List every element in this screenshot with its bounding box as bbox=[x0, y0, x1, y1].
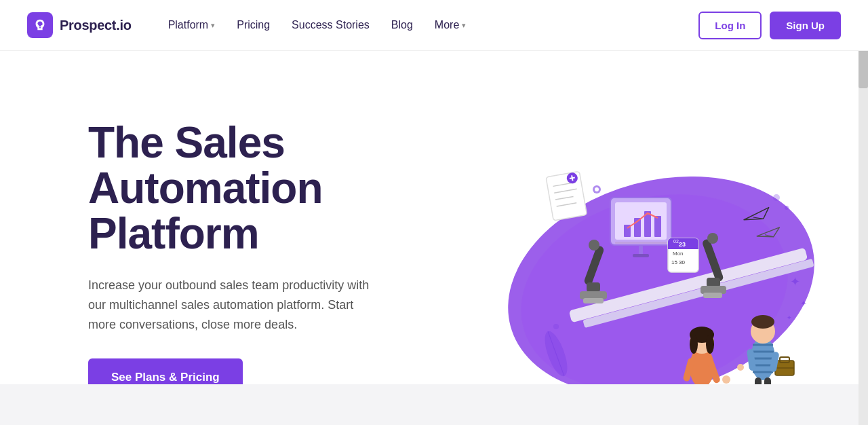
svg-point-47 bbox=[690, 335, 698, 354]
brand-name: Prospect.io bbox=[60, 18, 132, 33]
hero-title: The Sales Automation Platform bbox=[88, 120, 441, 257]
hero-svg: 23 02 Mon 15 30 bbox=[444, 89, 837, 415]
hero-subtitle: Increase your outbound sales team produc… bbox=[88, 276, 380, 334]
svg-point-79 bbox=[773, 194, 780, 201]
nav-pricing[interactable]: Pricing bbox=[227, 14, 279, 37]
svg-point-69 bbox=[737, 364, 744, 371]
svg-rect-30 bbox=[546, 171, 587, 221]
nav-success-stories[interactable]: Success Stories bbox=[282, 14, 379, 37]
svg-text:✦: ✦ bbox=[787, 314, 792, 321]
nav-links: Platform ▾ Pricing Success Stories Blog … bbox=[159, 14, 699, 37]
svg-point-81 bbox=[553, 324, 559, 329]
hero-section: The Sales Automation Platform Increase y… bbox=[0, 51, 868, 425]
svg-rect-20 bbox=[615, 242, 667, 244]
svg-text:✦: ✦ bbox=[800, 299, 807, 308]
nav-more[interactable]: More ▾ bbox=[425, 14, 475, 37]
svg-point-51 bbox=[722, 375, 730, 384]
hero-illustration: 23 02 Mon 15 30 bbox=[441, 78, 841, 425]
svg-text:Mon: Mon bbox=[673, 251, 684, 257]
logo-icon bbox=[27, 12, 53, 38]
svg-point-63 bbox=[751, 315, 774, 329]
logo-svg bbox=[33, 18, 47, 33]
hero-content: The Sales Automation Platform Increase y… bbox=[88, 107, 441, 397]
signup-button[interactable]: Sign Up bbox=[770, 12, 841, 39]
svg-point-80 bbox=[785, 206, 789, 210]
svg-rect-5 bbox=[587, 282, 600, 292]
svg-text:23: 23 bbox=[679, 241, 686, 248]
svg-point-11 bbox=[707, 233, 718, 244]
svg-rect-13 bbox=[703, 293, 722, 298]
svg-rect-21 bbox=[639, 245, 643, 255]
login-button[interactable]: Log In bbox=[698, 12, 762, 39]
nav-blog[interactable]: Blog bbox=[382, 14, 422, 37]
svg-text:✦: ✦ bbox=[790, 275, 800, 289]
svg-rect-8 bbox=[583, 298, 604, 303]
svg-rect-10 bbox=[707, 278, 720, 287]
svg-point-39 bbox=[595, 187, 599, 191]
svg-text:02: 02 bbox=[673, 239, 679, 244]
scrollbar[interactable] bbox=[859, 0, 868, 425]
logo-link[interactable]: Prospect.io bbox=[27, 12, 132, 38]
nav-platform[interactable]: Platform ▾ bbox=[159, 14, 225, 37]
bottom-strip bbox=[0, 384, 868, 425]
svg-rect-22 bbox=[633, 254, 649, 257]
nav-actions: Log In Sign Up bbox=[698, 12, 841, 39]
platform-chevron-icon: ▾ bbox=[211, 21, 215, 30]
svg-text:15 30: 15 30 bbox=[671, 259, 686, 265]
svg-point-6 bbox=[589, 240, 599, 251]
navbar: Prospect.io Platform ▾ Pricing Success S… bbox=[0, 0, 868, 51]
svg-rect-19 bbox=[654, 216, 661, 237]
more-chevron-icon: ▾ bbox=[462, 21, 466, 30]
svg-line-37 bbox=[572, 175, 572, 181]
svg-point-48 bbox=[706, 335, 714, 354]
